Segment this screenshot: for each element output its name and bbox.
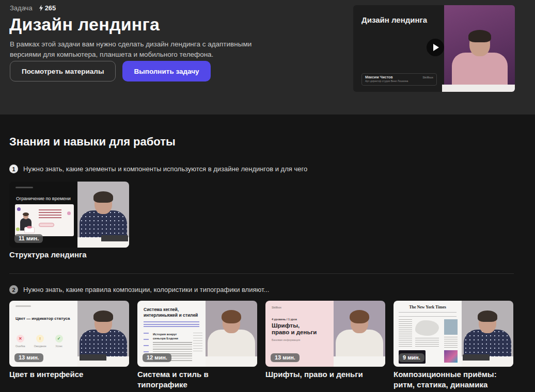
slide-title: Система кеглей, интерлиньяжей и стилей: [144, 307, 201, 318]
slide-preview: Цвет — индикатор статуса ✕Ошибка !Ожидан…: [9, 301, 77, 367]
task-description: В рамках этой задачи вам нужно сделать д…: [10, 39, 258, 60]
play-button[interactable]: [427, 39, 444, 56]
slide-preview: Skillbox 4 уровень / 1 урок Шрифты, прав…: [265, 301, 334, 367]
intro-video-panel: Дизайн лендинга Максим Чистов Арт-директ…: [353, 5, 444, 92]
page-title: Дизайн лендинга: [9, 14, 160, 35]
slide-label: 4 уровень / 1 урок: [272, 318, 297, 321]
knowledge-item-1: 1 Нужно знать, какие элементы и компонен…: [9, 165, 307, 173]
item-number-badge: 2: [9, 285, 18, 294]
speaker-role: Арт-директор студии Вени Лошкина: [365, 79, 433, 83]
section-divider: [9, 273, 514, 274]
points-counter: 265: [39, 4, 56, 12]
task-type-label: Задача: [10, 4, 33, 12]
slide-heading: История вокруг сеньора Бодони: [153, 333, 190, 341]
slide-title: Цвет — индикатор статуса: [15, 316, 72, 321]
duration-badge: 13 мин.: [271, 353, 300, 362]
speaker-plate: Максим Чистов Арт-директор студии Вени Л…: [361, 73, 437, 86]
slide-preview: Ограничение по времени 11 мин.: [9, 182, 77, 248]
speaker-photo: [462, 301, 513, 367]
item-number-badge: 1: [9, 165, 18, 173]
speaker-photo: [77, 301, 129, 367]
artwork-thumb: [444, 350, 458, 363]
item-text: Нужно знать, какие элементы и компоненты…: [23, 165, 307, 173]
us-map-graphic: [415, 320, 439, 336]
intro-video-card[interactable]: Дизайн лендинга Максим Чистов Арт-директ…: [353, 5, 515, 92]
points-value: 265: [45, 4, 56, 12]
lightning-icon: [39, 5, 43, 11]
video-title: Цвет в интерфейсе: [9, 369, 129, 380]
slide-preview: The New York Times 9 мин.: [394, 301, 462, 367]
duration-badge: 11 мин.: [14, 234, 43, 243]
section-title: Знания и навыки для работы: [9, 135, 176, 149]
breadcrumb: Задача 265: [10, 4, 56, 12]
duration-badge: 12 мин.: [143, 353, 171, 362]
intro-video-title: Дизайн лендинга: [361, 15, 427, 24]
video-title: Шрифты, право и деньги: [265, 369, 385, 380]
cross-icon: ✕: [17, 335, 24, 342]
task-page: Задача 265 Дизайн лендинга В рамках этой…: [0, 0, 535, 392]
speaker-photo: [444, 5, 515, 92]
desk: [442, 85, 515, 92]
landing-mockup: [15, 204, 74, 236]
video-card-structure[interactable]: Ограничение по времени 11 мин.: [9, 182, 129, 248]
play-icon: [433, 44, 439, 51]
speaker-photo: [334, 301, 385, 367]
task-header: Задача 265 Дизайн лендинга В рамках этой…: [0, 0, 535, 115]
slide-title: Шрифты, право и деньги: [272, 322, 318, 336]
status-examples: ✕Ошибка !Ожидание ✓Успех: [15, 335, 63, 348]
slide-title: Ограничение по времени: [16, 196, 71, 201]
slide-subtitle: Базовая информация: [272, 338, 300, 341]
knowledge-section: Знания и навыки для работы 1 Нужно знать…: [0, 115, 535, 392]
video-title: Структура лендинга: [9, 250, 129, 260]
view-materials-button[interactable]: Посмотреть материалы: [10, 61, 116, 81]
speaker-photo: [206, 301, 257, 367]
video-card-typography[interactable]: Система кеглей, интерлиньяжей и стилей И…: [137, 301, 257, 367]
slide-brand: Skillbox: [272, 306, 281, 309]
slide-preview: Система кеглей, интерлиньяжей и стилей И…: [137, 301, 206, 367]
item-text: Нужно знать, какие правила композиции, к…: [23, 286, 269, 293]
warning-icon: !: [36, 335, 44, 342]
execute-task-button[interactable]: Выполнить задачу: [122, 61, 210, 81]
video-card-fonts[interactable]: Skillbox 4 уровень / 1 урок Шрифты, прав…: [265, 301, 385, 367]
video-title: Система и стиль в типографике: [137, 369, 257, 389]
knowledge-item-2: 2 Нужно знать, какие правила композиции,…: [9, 285, 269, 294]
video-card-composition[interactable]: The New York Times 9 мин.: [394, 301, 513, 367]
speaker-figure: [451, 31, 508, 88]
video-card-color[interactable]: Цвет — индикатор статуса ✕Ошибка !Ожидан…: [9, 301, 129, 367]
duration-badge: 13 мин.: [14, 353, 43, 362]
action-buttons: Посмотреть материалы Выполнить задачу: [10, 61, 211, 81]
check-icon: ✓: [55, 335, 63, 342]
speaker-photo: [77, 182, 129, 248]
newspaper-masthead: The New York Times: [394, 305, 462, 309]
duration-badge: 9 мин.: [399, 353, 424, 362]
brand-logo: Skillbox: [422, 76, 433, 79]
video-title: Композиционные приёмы: ритм, статика, ди…: [394, 369, 513, 389]
